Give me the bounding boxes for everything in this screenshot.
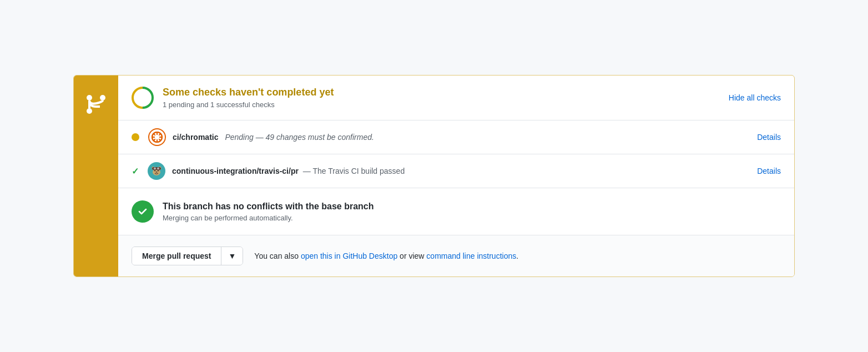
merge-info-or: or view (400, 252, 424, 260)
svg-point-19 (156, 172, 158, 173)
header-title: Some checks haven't completed yet (163, 87, 715, 98)
travis-ci-icon (148, 162, 165, 180)
no-conflicts-icon (132, 200, 154, 223)
pending-dot-icon (132, 133, 139, 141)
header-section: Some checks haven't completed yet 1 pend… (118, 76, 794, 120)
merge-pull-request-button[interactable]: Merge pull request (132, 247, 221, 265)
status-pending-icon (132, 87, 154, 109)
check-row-travis: ✓ (118, 154, 794, 188)
git-merge-icon (83, 91, 109, 118)
svg-point-0 (87, 95, 92, 100)
chromatic-check-description: Pending — 49 changes must be confirmed. (225, 133, 374, 142)
open-github-desktop-link[interactable]: open this in GitHub Desktop (301, 252, 397, 260)
merge-info-suffix: . (516, 252, 518, 260)
svg-point-2 (100, 95, 105, 100)
chromatic-icon (148, 128, 166, 146)
merge-info-text: You can also open this in GitHub Desktop… (254, 252, 518, 260)
svg-line-14 (153, 139, 155, 141)
svg-point-23 (154, 168, 156, 170)
no-conflicts-subtitle: Merging can be performed automatically. (163, 214, 374, 222)
travis-check-info: continuous-integration/travis-ci/pr — Th… (172, 167, 744, 175)
svg-point-24 (157, 168, 159, 170)
hide-checks-button[interactable]: Hide all checks (729, 93, 781, 102)
header-text: Some checks haven't completed yet 1 pend… (163, 87, 715, 109)
travis-check-name: continuous-integration/travis-ci/pr (172, 167, 299, 175)
header-subtitle: 1 pending and 1 successful checks (163, 100, 715, 109)
success-tick-icon: ✓ (132, 166, 139, 177)
merge-info-prefix: You can also (254, 252, 299, 260)
travis-details-link[interactable]: Details (757, 167, 781, 175)
svg-rect-22 (152, 167, 161, 170)
left-icon-bar (74, 76, 118, 276)
pr-status-card: Some checks haven't completed yet 1 pend… (73, 75, 795, 277)
svg-point-1 (87, 108, 92, 114)
card-content: Some checks haven't completed yet 1 pend… (118, 76, 794, 276)
merge-section: Merge pull request ▼ You can also open t… (118, 235, 794, 276)
chromatic-check-info: ci/chromatic Pending — 49 changes must b… (173, 133, 744, 142)
merge-button-group: Merge pull request ▼ (132, 247, 243, 265)
chromatic-check-name: ci/chromatic (173, 133, 218, 142)
svg-line-12 (159, 139, 161, 141)
svg-line-13 (159, 133, 161, 135)
merge-dropdown-button[interactable]: ▼ (221, 247, 243, 265)
svg-point-5 (136, 91, 149, 104)
svg-line-11 (153, 133, 155, 135)
no-conflicts-title: This branch has no conflicts with the ba… (163, 202, 374, 212)
travis-check-description: — The Travis CI build passed (303, 167, 405, 175)
no-conflicts-section: This branch has no conflicts with the ba… (118, 188, 794, 235)
chromatic-details-link[interactable]: Details (757, 133, 781, 142)
check-row-chromatic: ci/chromatic Pending — 49 changes must b… (118, 120, 794, 154)
no-conflicts-text: This branch has no conflicts with the ba… (163, 202, 374, 222)
command-line-instructions-link[interactable]: command line instructions (426, 252, 516, 260)
